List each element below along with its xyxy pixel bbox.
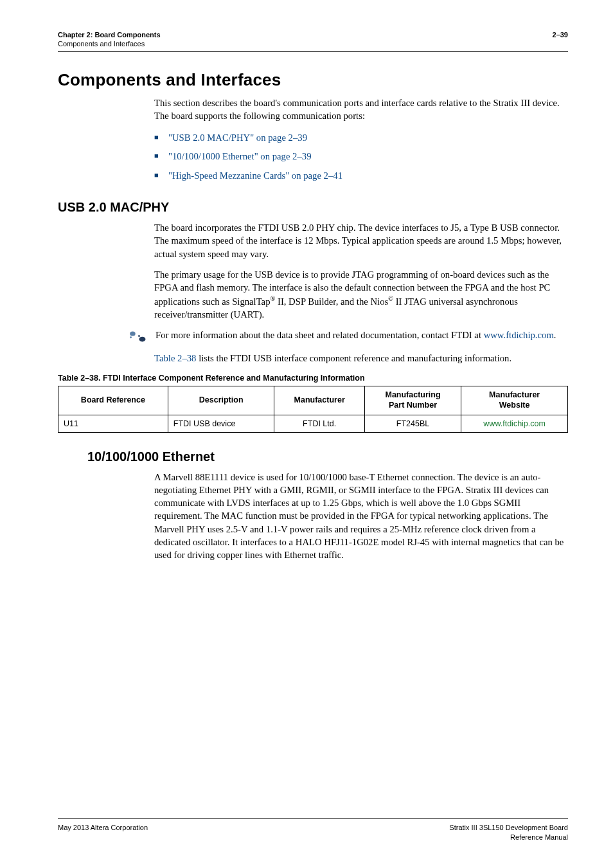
- eth-title: 10/100/1000 Ethernet: [87, 449, 568, 464]
- th-ref: Board Reference: [58, 386, 168, 415]
- table-ref-link[interactable]: Table 2–38: [154, 353, 196, 363]
- text: II, DSP Builder, and the Nios: [275, 296, 388, 306]
- text: lists the FTDI USB interface component r…: [196, 353, 511, 363]
- section-bullets: "USB 2.0 MAC/PHY" on page 2–39 "10/100/1…: [154, 131, 568, 184]
- section-title: Components and Interfaces: [58, 70, 568, 90]
- table-caption: Table 2–38. FTDI Interface Component Ref…: [58, 374, 568, 383]
- header-rule: [58, 51, 568, 52]
- header-page: 2–39: [553, 31, 568, 39]
- usb-table-ref: Table 2–38 lists the FTDI USB interface …: [154, 352, 568, 365]
- ftdi-link[interactable]: www.ftdichip.com: [484, 330, 554, 340]
- td-part: FT245BL: [364, 415, 461, 432]
- th-part: Manufacturing Part Number: [364, 386, 461, 415]
- table-header-row: Board Reference Description Manufacturer…: [58, 386, 568, 415]
- td-ref: U11: [58, 415, 168, 432]
- th-desc: Description: [168, 386, 274, 415]
- td-desc: FTDI USB device: [168, 415, 274, 432]
- th-site: Manufacturer Website: [461, 386, 568, 415]
- eth-para-1: A Marvell 88E1111 device is used for 10/…: [154, 471, 568, 562]
- bullet-text: "USB 2.0 MAC/PHY" on page 2–39: [168, 132, 307, 143]
- footer-right-2: Reference Manual: [449, 833, 568, 842]
- footer-right-1: Stratix III 3SL150 Development Board: [449, 823, 568, 833]
- table-row: U11 FTDI USB device FTDI Ltd. FT245BL ww…: [58, 415, 568, 432]
- bullet-link[interactable]: "USB 2.0 MAC/PHY" on page 2–39: [154, 131, 568, 146]
- usb-note: For more information about the data shee…: [155, 329, 556, 341]
- bullet-text: "10/100/1000 Ethernet" on page 2–39: [168, 151, 311, 161]
- copy-mark: ©: [388, 295, 393, 302]
- text: .: [554, 330, 556, 340]
- svg-point-0: [130, 331, 136, 336]
- section-intro: This section describes the board's commu…: [154, 96, 568, 123]
- svg-point-2: [139, 337, 145, 342]
- usb-para-1: The board incorporates the FTDI USB 2.0 …: [154, 221, 568, 260]
- td-site[interactable]: www.ftdichip.com: [461, 415, 568, 432]
- header-sub: Components and Interfaces: [58, 40, 568, 48]
- bullet-link[interactable]: "10/100/1000 Ethernet" on page 2–39: [154, 149, 568, 165]
- text: For more information about the data shee…: [155, 330, 484, 340]
- bullet-text: "High-Speed Mezzanine Cards" on page 2–4…: [168, 170, 342, 181]
- page-footer: May 2013 Altera Corporation Stratix III …: [58, 818, 568, 842]
- usb-para-2: The primary usage for the USB device is …: [154, 268, 568, 321]
- svg-point-1: [130, 336, 132, 338]
- svg-point-3: [138, 335, 140, 337]
- th-mfr: Manufacturer: [274, 386, 364, 415]
- footer-left: May 2013 Altera Corporation: [58, 823, 148, 842]
- usb-title: USB 2.0 MAC/PHY: [58, 200, 568, 215]
- td-mfr: FTDI Ltd.: [274, 415, 364, 432]
- walker-icon: [129, 330, 148, 344]
- header-chapter: Chapter 2: Board Components: [58, 31, 161, 39]
- ftdi-table: Board Reference Description Manufacturer…: [58, 386, 568, 432]
- td-site-link[interactable]: www.ftdichip.com: [483, 419, 546, 428]
- bullet-link[interactable]: "High-Speed Mezzanine Cards" on page 2–4…: [154, 168, 568, 184]
